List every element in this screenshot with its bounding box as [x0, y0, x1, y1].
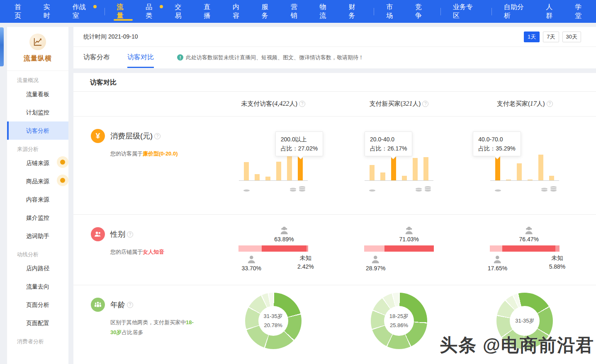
bar-segment [244, 162, 249, 180]
female-icon [524, 226, 534, 235]
sidebar-menu: 流量概况流量看板计划监控访客分析来源分析店铺来源商品来源内容来源媒介监控选词助手… [7, 71, 68, 346]
sidebar-item-页面分析[interactable]: 页面分析 [7, 296, 68, 314]
sidebar-item-店内路径[interactable]: 店内路径 [7, 259, 68, 277]
range-button-1天[interactable]: 1天 [524, 32, 540, 42]
sidebar-item-访客分析[interactable]: 访客分析 [7, 121, 68, 140]
sidebar-item-页面配置[interactable]: 页面配置 [7, 314, 68, 332]
nav-item-实时[interactable]: 实时 [36, 0, 65, 23]
nav-item-label: 直播 [204, 3, 217, 20]
range-button-30天[interactable]: 30天 [562, 32, 581, 42]
bar-segment [380, 172, 385, 180]
sidebar-item-label: 流量去向 [26, 283, 49, 290]
nav-item-自助分析[interactable]: 自助分析 [496, 0, 538, 23]
age-donut-chart: 31-35岁20.78% [245, 293, 302, 349]
gender-stacked-bar [364, 245, 434, 252]
coin-icon [369, 189, 376, 192]
nav-item-物流[interactable]: 物流 [312, 0, 341, 23]
price-level-axis [490, 182, 559, 192]
tab-访客对比[interactable]: 访客对比 [127, 47, 154, 68]
male-percent-label: 28.97% [366, 265, 385, 272]
nav-item-市场[interactable]: 市场 [378, 0, 407, 23]
x-axis-line [365, 180, 433, 181]
bar-segment [538, 155, 543, 180]
sidebar-item-流量去向[interactable]: 流量去向 [7, 277, 68, 296]
help-icon[interactable] [547, 101, 553, 107]
coins-icon [550, 187, 557, 192]
sidebar-group-header: 来源分析 [7, 140, 68, 154]
coin-icon [243, 189, 250, 192]
nav-item-品类[interactable]: 品类 [138, 0, 167, 23]
nav-item-label: 实时 [44, 3, 57, 20]
consume-bar-chart: 40.0-70.0占比：35.29% [490, 116, 559, 199]
info-icon: ! [177, 54, 183, 61]
age-donut-chart: 18-25岁25.86% [371, 293, 427, 349]
nav-item-label: 流量 [117, 3, 130, 20]
nav-item-人群[interactable]: 人群 [538, 0, 567, 23]
nav-item-label: 作战室 [73, 3, 92, 20]
nav-item-首页[interactable]: 首页 [7, 0, 36, 23]
nav-item-内容[interactable]: 内容 [225, 0, 254, 23]
help-icon[interactable] [127, 302, 133, 308]
column-header-3: 支付老买家(17人) [462, 100, 588, 108]
coins-icon [289, 189, 297, 192]
nav-item-业务专区[interactable]: 业务专区 [445, 0, 487, 23]
nav-item-营销[interactable]: 营销 [283, 0, 312, 23]
gender-stacked-bar [238, 245, 308, 252]
nav-item-作战室[interactable]: 作战室 [65, 0, 100, 23]
age-subtitle: 区别于其他两类，支付新买家中18-30岁占比居多 [110, 318, 197, 337]
sidebar-item-媒介监控[interactable]: 媒介监控 [7, 209, 68, 227]
male-share: 33.70% [242, 255, 261, 272]
sidebar-item-店铺来源[interactable]: 店铺来源 [7, 154, 68, 172]
range-button-7天[interactable]: 7天 [543, 32, 559, 42]
tab-访客分布[interactable]: 访客分布 [83, 47, 110, 68]
help-icon[interactable] [127, 231, 133, 238]
help-icon[interactable] [299, 101, 305, 107]
date-range-switcher: 1天7天30天 [524, 32, 581, 42]
bar-segment [265, 177, 270, 180]
consume-type-highlight: 廉价型(0-20.0) [143, 150, 178, 157]
coins-icon [424, 187, 431, 192]
bars-group [244, 155, 303, 180]
sidebar-item-商品来源[interactable]: 商品来源 [7, 172, 68, 190]
nav-item-财务[interactable]: 财务 [341, 0, 370, 23]
notification-dot [160, 5, 163, 8]
x-axis-line [490, 180, 559, 181]
age-range-label: 31-35岁 [515, 316, 534, 325]
column-header-count: 4,422 [274, 100, 289, 107]
sidebar-group-header: 流量概况 [7, 71, 68, 85]
nav-item-竞争[interactable]: 竞争 [407, 0, 436, 23]
nav-item-服务[interactable]: 服务 [254, 0, 283, 23]
sidebar-item-计划监控[interactable]: 计划监控 [7, 103, 68, 121]
sidebar-item-label: 商品来源 [26, 178, 49, 184]
nav-item-学堂[interactable]: 学堂 [567, 0, 596, 23]
nav-item-交易[interactable]: 交易 [167, 0, 196, 23]
consume-title: 消费层级(元) [110, 131, 153, 141]
gender-title: 性别 [110, 229, 125, 239]
sidebar-item-流量看板[interactable]: 流量看板 [7, 85, 68, 103]
unknown-label: 未知 [549, 254, 566, 262]
notification-dot [93, 5, 97, 8]
floating-widget[interactable] [0, 27, 4, 66]
nav-item-直播[interactable]: 直播 [196, 0, 225, 23]
sidebar-item-label: 内容来源 [26, 196, 49, 203]
female-share: 63.89% [274, 226, 294, 243]
sidebar-item-内容来源[interactable]: 内容来源 [7, 190, 68, 209]
female-icon [279, 226, 289, 235]
main-content: 统计时间 2021-09-10 1天7天30天 访客分布访客对比 ! 此处访客数… [73, 0, 596, 364]
sidebar-group-header: 消费者分析 [7, 332, 68, 346]
help-icon[interactable] [422, 101, 428, 107]
price-level-axis [239, 182, 308, 192]
nav-divider [491, 8, 492, 15]
sidebar: 流量纵横 流量概况流量看板计划监控访客分析来源分析店铺来源商品来源内容来源媒介监… [7, 27, 68, 364]
age-range-label: 31-35岁 [264, 312, 283, 321]
nav-item-流量[interactable]: 流量 [109, 0, 138, 23]
nav-item-label: 营销 [291, 3, 304, 20]
column-header-2: 支付新买家(321人) [336, 100, 462, 108]
column-headers: 未支付访客(4,422人)支付新买家(321人)支付老买家(17人) [73, 92, 596, 116]
help-icon[interactable] [154, 133, 161, 139]
age-percent-label: 25.86% [390, 321, 408, 330]
column-header-suffix: 人) [412, 100, 421, 107]
gender-ratio-chart: 71.03%28.97% [364, 226, 434, 272]
consume-bar-chart: 200.0以上占比：27.02% [239, 116, 308, 199]
sidebar-item-选词助手[interactable]: 选词助手 [7, 227, 68, 245]
